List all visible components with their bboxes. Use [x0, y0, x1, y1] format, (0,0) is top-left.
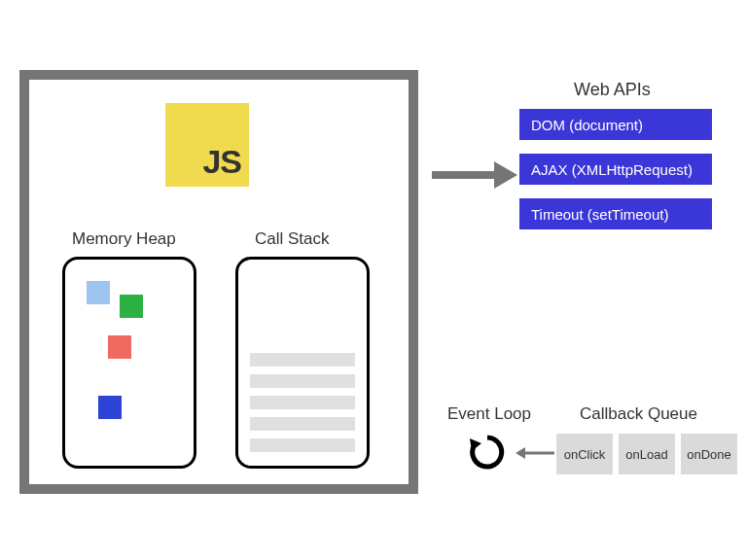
svg-marker-2 — [470, 438, 481, 451]
svg-marker-4 — [516, 447, 525, 459]
callback-ondone: onDone — [681, 434, 737, 474]
js-logo-text: JS — [202, 143, 241, 181]
heap-block — [108, 335, 131, 359]
memory-heap-box — [62, 257, 196, 469]
arrow-left-icon — [514, 443, 556, 463]
event-loop-label: Event Loop — [447, 404, 531, 424]
callback-onload: onLoad — [619, 434, 675, 474]
heap-block — [87, 281, 110, 304]
memory-heap-label: Memory Heap — [72, 229, 176, 249]
call-stack-label: Call Stack — [255, 229, 330, 249]
stack-frame — [250, 396, 355, 409]
web-apis-title: Web APIs — [574, 80, 651, 100]
stack-frame — [250, 374, 355, 388]
svg-marker-1 — [494, 161, 517, 189]
js-logo: JS — [165, 103, 249, 187]
call-stack-box — [235, 257, 370, 469]
js-engine-box: JS Memory Heap Call Stack — [19, 70, 418, 494]
callback-queue-label: Callback Queue — [580, 404, 697, 424]
arrow-right-icon — [428, 156, 517, 194]
api-dom-box: DOM (document) — [519, 109, 712, 140]
stack-frame — [250, 417, 355, 431]
heap-block — [98, 396, 122, 419]
api-timeout-box: Timeout (setTimeout) — [519, 198, 712, 229]
api-ajax-box: AJAX (XMLHttpRequest) — [519, 154, 712, 185]
stack-frame — [250, 353, 355, 367]
heap-block — [120, 295, 143, 318]
loop-icon — [467, 432, 508, 472]
stack-frame — [250, 438, 355, 452]
callback-onclick: onClick — [556, 434, 613, 474]
